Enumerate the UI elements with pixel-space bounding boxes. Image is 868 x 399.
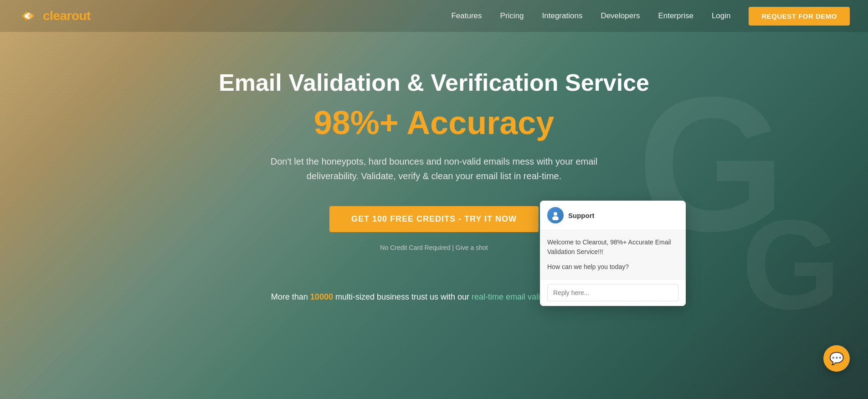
- trust-middle: multi-sized business trust us with our: [333, 292, 472, 301]
- chat-header: Support: [540, 201, 686, 230]
- logo-clear: clear: [43, 9, 72, 23]
- no-credit-text: No Credit Card Required | Give a shot: [18, 244, 850, 251]
- chat-message-2: How can we help you today?: [547, 262, 678, 272]
- nav-features[interactable]: Features: [451, 11, 482, 21]
- hero-subtitle: Don't let the honeypots, hard bounces an…: [270, 154, 598, 183]
- svg-point-0: [25, 14, 28, 18]
- chat-widget: Support Welcome to Clearout, 98%+ Accura…: [540, 201, 686, 306]
- hero-title: Email Validation & Verification Service: [18, 68, 850, 97]
- nav-integrations[interactable]: Integrations: [542, 11, 583, 21]
- navbar: clearout Features Pricing Integrations D…: [0, 0, 868, 32]
- logo-out: out: [72, 9, 91, 23]
- chat-bubble-icon: 💬: [829, 352, 844, 366]
- request-demo-button[interactable]: REQUEST FOR DEMO: [749, 7, 850, 26]
- svg-point-1: [554, 212, 557, 216]
- svg-point-2: [552, 216, 559, 220]
- hero-accuracy: 98%+ Accuracy: [18, 105, 850, 141]
- chat-support-label: Support: [568, 212, 595, 219]
- chat-reply-input[interactable]: [547, 284, 678, 301]
- chat-body: Welcome to Clearout, 98%+ Accurate Email…: [540, 230, 686, 279]
- chat-message-1: Welcome to Clearout, 98%+ Accurate Email…: [547, 238, 678, 257]
- chat-bubble-button[interactable]: 💬: [823, 345, 850, 372]
- trust-prefix: More than: [271, 292, 310, 301]
- nav-pricing[interactable]: Pricing: [500, 11, 524, 21]
- trust-section: More than 10000 multi-sized business tru…: [0, 279, 868, 316]
- logo-text: clearout: [43, 9, 91, 23]
- logo[interactable]: clearout: [18, 7, 91, 25]
- hero-section: Email Validation & Verification Service …: [0, 32, 868, 269]
- chat-avatar: [547, 207, 564, 223]
- nav-links: Features Pricing Integrations Developers…: [451, 7, 850, 26]
- avatar-icon: [550, 210, 560, 220]
- chat-input-area[interactable]: [540, 279, 686, 306]
- nav-enterprise[interactable]: Enterprise: [658, 11, 693, 21]
- cta-button[interactable]: GET 100 FREE CREDITS - TRY IT NOW: [329, 206, 539, 232]
- nav-developers[interactable]: Developers: [601, 11, 640, 21]
- nav-login[interactable]: Login: [712, 11, 731, 21]
- logo-icon: [18, 7, 39, 25]
- trust-number: 10000: [310, 292, 333, 301]
